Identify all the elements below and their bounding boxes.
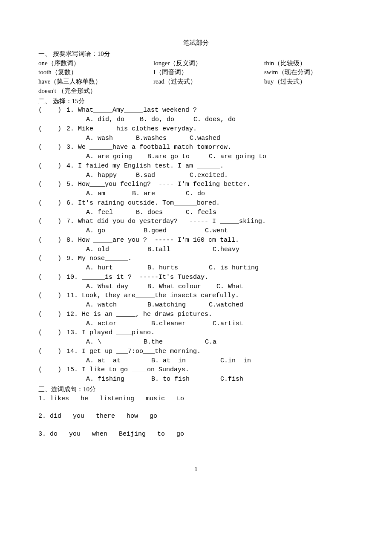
choices: A. did, do B. do, do C. does, do (38, 115, 354, 124)
question-text: 7. What did you do yesterday? ----- I __… (66, 217, 354, 226)
answer-blank[interactable]: ( ) (38, 217, 66, 226)
choices: A. at at B. at in C.in in (38, 356, 354, 366)
answer-blank[interactable]: ( ) (38, 310, 66, 319)
question-text: 12. He is an _____, he draws pictures. (66, 310, 354, 319)
question-row: ( )1. What_____Amy_____last weekend ? (38, 106, 354, 115)
choices: A. wash B.washes C.washed (38, 134, 354, 143)
vocab-row: doesn't （完全形式） (38, 87, 354, 96)
sentence-item: 1. likes he listening music to (38, 394, 354, 404)
answer-blank[interactable]: ( ) (38, 162, 66, 171)
question-row: ( )15. I like to go ____on Sundays. (38, 365, 354, 375)
choices: A. What day B. What colour C. What (38, 282, 354, 292)
question-row: ( )7. What did you do yesterday? ----- I… (38, 217, 354, 226)
question-row: ( )9. My nose______. (38, 254, 354, 263)
vocab-item: read（过去式） (153, 77, 264, 87)
question-text: 15. I like to go ____on Sundays. (66, 365, 354, 375)
vocab-item: tooth（复数） (38, 68, 153, 77)
page-number: 1 (38, 465, 354, 474)
question-text: 4. I failed my English test. I am ______… (66, 162, 354, 171)
page-title: 笔试部分 (38, 38, 354, 48)
question-text: 6. It's raining outside. Tom______bored. (66, 199, 354, 208)
answer-space[interactable] (38, 421, 354, 430)
question-row: ( )13. I played ____piano. (38, 328, 354, 338)
choices: A. am B. are C. do (38, 189, 354, 199)
answer-blank[interactable]: ( ) (38, 236, 66, 245)
question-text: 10. ______is it ? -----It's Tuesday. (66, 273, 354, 282)
answer-blank[interactable]: ( ) (38, 291, 66, 301)
question-text: 13. I played ____piano. (66, 328, 354, 338)
answer-blank[interactable]: ( ) (38, 199, 66, 208)
question-text: 9. My nose______. (66, 254, 354, 263)
question-row: ( )11. Look, they are_____the insects ca… (38, 291, 354, 301)
vocab-row: have（第三人称单数） read（过去式） buy（过去式） (38, 77, 354, 87)
sentence-item: 2. did you there how go (38, 412, 354, 421)
answer-blank[interactable]: ( ) (38, 106, 66, 115)
choices: A. watch B.watching C.watched (38, 301, 354, 310)
answer-blank[interactable]: ( ) (38, 273, 66, 282)
question-text: 11. Look, they are_____the insects caref… (66, 291, 354, 301)
vocab-item: buy（过去式） (264, 77, 354, 87)
answer-blank[interactable]: ( ) (38, 347, 66, 356)
vocab-item: longer（反义词） (153, 59, 264, 68)
choices: A. actor B.cleaner C.artist (38, 319, 354, 329)
question-row: ( )4. I failed my English test. I am ___… (38, 162, 354, 171)
vocab-row: one（序数词） longer（反义词） thin（比较级） (38, 59, 354, 68)
choices: A. fishing B. to fish C.fish (38, 375, 354, 384)
question-text: 3. We ______have a football match tomorr… (66, 143, 354, 152)
answer-blank[interactable]: ( ) (38, 328, 66, 338)
question-text: 2. Mike _____his clothes everyday. (66, 124, 354, 134)
choices: A. old B.tall C.heavy (38, 245, 354, 254)
section-2-heading: 二、 选择：15分 (38, 97, 354, 106)
question-row: ( )5. How____you feeling? ---- I'm feeli… (38, 180, 354, 189)
vocab-item: thin（比较级） (264, 59, 354, 68)
sentence-item: 3. do you when Beijing to go (38, 430, 354, 439)
answer-blank[interactable]: ( ) (38, 124, 66, 134)
question-text: 1. What_____Amy_____last weekend ? (66, 106, 354, 115)
question-text: 14. I get up ___7:oo___the morning. (66, 347, 354, 356)
vocab-item: have（第三人称单数） (38, 77, 153, 87)
vocab-row: tooth（复数） I（同音词） swim（现在分词） (38, 68, 354, 77)
answer-blank[interactable]: ( ) (38, 365, 66, 375)
choices: A. go B.goed C.went (38, 226, 354, 236)
question-row: ( )6. It's raining outside. Tom______bor… (38, 199, 354, 208)
choices: A. feel B. does C. feels (38, 208, 354, 217)
question-text: 8. How _____are you ? ----- I'm 160 cm t… (66, 236, 354, 245)
question-row: ( )10. ______is it ? -----It's Tuesday. (38, 273, 354, 282)
choices: A. happy B.sad C.excited. (38, 171, 354, 180)
answer-space[interactable] (38, 403, 354, 412)
vocab-item: doesn't （完全形式） (38, 87, 153, 96)
choices: A. are going B.are go to C. are going to (38, 152, 354, 162)
section-1-heading: 一、 按要求写词语：10分 (38, 49, 354, 59)
vocab-item: one（序数词） (38, 59, 153, 68)
question-text: 5. How____you feeling? ---- I'm feeling … (66, 180, 354, 189)
question-row: ( )3. We ______have a football match tom… (38, 143, 354, 152)
answer-blank[interactable]: ( ) (38, 180, 66, 189)
vocab-item: swim（现在分词） (264, 68, 354, 77)
choices: A. \ B.the C.a (38, 338, 354, 347)
section-3-heading: 三、连词成句：10分 (38, 385, 354, 394)
question-row: ( )2. Mike _____his clothes everyday. (38, 124, 354, 134)
answer-blank[interactable]: ( ) (38, 254, 66, 263)
vocab-item: I（同音词） (153, 68, 264, 77)
question-row: ( )14. I get up ___7:oo___the morning. (38, 347, 354, 356)
answer-blank[interactable]: ( ) (38, 143, 66, 152)
choices: A. hurt B. hurts C. is hurting (38, 263, 354, 273)
question-row: ( )12. He is an _____, he draws pictures… (38, 310, 354, 319)
question-row: ( )8. How _____are you ? ----- I'm 160 c… (38, 236, 354, 245)
